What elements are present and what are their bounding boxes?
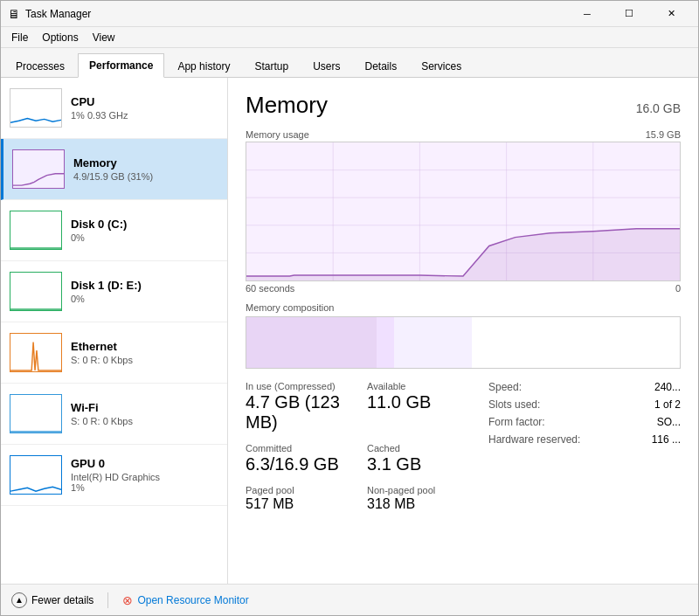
wifi-name: Wi-Fi	[71, 401, 218, 414]
right-stats: Speed: 240... Slots used: 1 of 2 Form fa…	[488, 381, 681, 521]
sidebar: CPU 1% 0.93 GHz Memory 4.9/15.9 GB (31%)	[1, 78, 228, 584]
gpu-stat: Intel(R) HD Graphics1%	[71, 472, 218, 493]
right-stat-form-value: SO...	[657, 416, 681, 428]
stats-container: In use (Compressed) 4.7 GB (123 MB) Avai…	[246, 381, 681, 521]
ethernet-thumbnail	[10, 333, 62, 372]
stat-committed-label: Committed	[246, 443, 350, 453]
comp-inuse	[246, 317, 377, 368]
open-monitor-button[interactable]: ⊗ Open Resource Monitor	[122, 593, 248, 607]
tab-performance[interactable]: Performance	[78, 53, 164, 78]
disk0-info: Disk 0 (C:) 0%	[71, 218, 218, 243]
sidebar-item-memory[interactable]: Memory 4.9/15.9 GB (31%)	[1, 139, 227, 200]
stat-available-label: Available	[367, 381, 471, 391]
disk0-stat: 0%	[71, 232, 218, 243]
stat-nonpaged-label: Non-paged pool	[367, 485, 471, 495]
minimize-button[interactable]: ─	[567, 4, 607, 24]
sidebar-item-cpu[interactable]: CPU 1% 0.93 GHz	[1, 78, 227, 139]
comp-free	[472, 317, 680, 368]
stat-committed-value: 6.3/16.9 GB	[246, 454, 350, 474]
app-icon: 🖥	[8, 7, 20, 21]
chart-time-start: 60 seconds	[246, 283, 294, 294]
right-stat-speed: Speed: 240...	[488, 381, 681, 393]
titlebar-left: 🖥 Task Manager	[8, 7, 91, 21]
sidebar-item-ethernet[interactable]: Ethernet S: 0 R: 0 Kbps	[1, 322, 227, 384]
tab-startup[interactable]: Startup	[243, 54, 300, 78]
window-title: Task Manager	[25, 8, 91, 20]
chart-max-label: 15.9 GB	[646, 129, 681, 140]
menu-file[interactable]: File	[4, 29, 35, 45]
stat-paged-value: 517 MB	[246, 496, 350, 512]
chart-time-end: 0	[675, 283, 681, 294]
tab-services[interactable]: Services	[410, 54, 473, 78]
right-stat-slots-label: Slots used:	[488, 398, 540, 411]
sidebar-item-wifi[interactable]: Wi-Fi S: 0 R: 0 Kbps	[1, 384, 227, 445]
menu-view[interactable]: View	[86, 29, 122, 45]
right-stat-slots-value: 1 of 2	[654, 398, 681, 411]
stat-inuse: In use (Compressed) 4.7 GB (123 MB)	[246, 381, 350, 433]
right-stat-hwreserved-label: Hardware reserved:	[488, 433, 580, 446]
monitor-icon: ⊗	[122, 593, 133, 607]
stat-paged: Paged pool 517 MB	[246, 485, 350, 512]
bottom-divider	[107, 592, 108, 608]
composition-label: Memory composition	[246, 302, 681, 313]
right-stat-form-label: Form factor:	[488, 416, 545, 428]
comp-modified	[377, 317, 394, 368]
memory-thumbnail	[12, 149, 65, 189]
detail-title: Memory	[246, 92, 328, 119]
sidebar-item-gpu[interactable]: GPU 0 Intel(R) HD Graphics1%	[1, 445, 227, 506]
stat-inuse-label: In use (Compressed)	[246, 381, 350, 391]
left-stats: In use (Compressed) 4.7 GB (123 MB) Avai…	[246, 381, 471, 521]
right-stat-form: Form factor: SO...	[488, 416, 681, 428]
stat-paged-label: Paged pool	[246, 485, 350, 495]
fewer-details-icon: ▲	[11, 592, 27, 608]
task-manager-window: 🖥 Task Manager ─ ☐ ✕ File Options View P…	[0, 0, 699, 616]
menu-options[interactable]: Options	[35, 29, 85, 45]
disk0-name: Disk 0 (C:)	[71, 218, 218, 231]
svg-marker-8	[246, 229, 680, 280]
stat-committed: Committed 6.3/16.9 GB	[246, 443, 350, 474]
maximize-button[interactable]: ☐	[609, 4, 649, 24]
disk1-info: Disk 1 (D: E:) 0%	[71, 279, 218, 304]
stat-cached-value: 3.1 GB	[367, 454, 471, 474]
ethernet-info: Ethernet S: 0 R: 0 Kbps	[71, 340, 218, 365]
right-stat-speed-value: 240...	[654, 381, 681, 393]
detail-panel: Memory 16.0 GB Memory usage 15.9 GB	[228, 78, 698, 584]
open-monitor-label: Open Resource Monitor	[137, 594, 248, 606]
tab-processes[interactable]: Processes	[4, 54, 76, 78]
memory-chart-section: Memory usage 15.9 GB	[246, 129, 681, 294]
tab-users[interactable]: Users	[301, 54, 351, 78]
tab-details[interactable]: Details	[353, 54, 408, 78]
cpu-name: CPU	[71, 95, 218, 108]
disk1-name: Disk 1 (D: E:)	[71, 279, 218, 292]
sidebar-item-disk1[interactable]: Disk 1 (D: E:) 0%	[1, 261, 227, 322]
memory-chart-container	[246, 142, 681, 281]
gpu-name: GPU 0	[71, 457, 218, 470]
ethernet-name: Ethernet	[71, 340, 218, 353]
stat-nonpaged-value: 318 MB	[367, 496, 471, 512]
stat-nonpaged: Non-paged pool 318 MB	[367, 485, 471, 512]
chart-label: Memory usage	[246, 129, 309, 140]
composition-bar	[246, 316, 681, 369]
right-stat-hwreserved-value: 116 ...	[652, 433, 681, 446]
sidebar-item-disk0[interactable]: Disk 0 (C:) 0%	[1, 200, 227, 261]
detail-total: 16.0 GB	[636, 101, 681, 115]
menubar: File Options View	[1, 27, 698, 48]
stat-cached: Cached 3.1 GB	[367, 443, 471, 474]
comp-standby	[394, 317, 472, 368]
detail-header: Memory 16.0 GB	[246, 92, 681, 119]
gpu-info: GPU 0 Intel(R) HD Graphics1%	[71, 457, 218, 493]
close-button[interactable]: ✕	[651, 4, 691, 24]
tab-apphistory[interactable]: App history	[166, 54, 241, 78]
right-stat-slots: Slots used: 1 of 2	[488, 398, 681, 411]
memory-info: Memory 4.9/15.9 GB (31%)	[73, 156, 218, 182]
sidebar-scroll[interactable]: CPU 1% 0.93 GHz Memory 4.9/15.9 GB (31%)	[1, 78, 227, 584]
disk1-thumbnail	[10, 272, 62, 311]
fewer-details-label: Fewer details	[31, 594, 93, 606]
fewer-details-button[interactable]: ▲ Fewer details	[11, 592, 93, 608]
titlebar: 🖥 Task Manager ─ ☐ ✕	[1, 1, 698, 27]
titlebar-controls: ─ ☐ ✕	[567, 4, 691, 24]
chart-time-row: 60 seconds 0	[246, 283, 681, 294]
right-stat-speed-label: Speed:	[488, 381, 522, 393]
ethernet-stat: S: 0 R: 0 Kbps	[71, 355, 218, 365]
cpu-thumbnail	[10, 88, 62, 128]
